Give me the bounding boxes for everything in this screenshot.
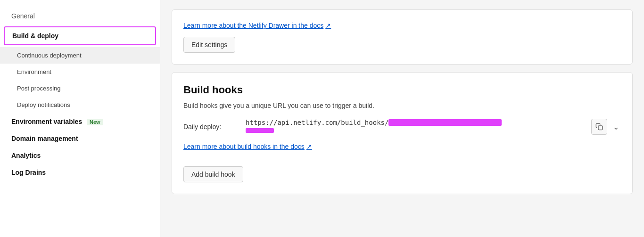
build-hooks-docs-link[interactable]: Learn more about build hooks in the docs… — [183, 143, 312, 150]
netlify-drawer-card: Learn more about the Netlify Drawer in t… — [172, 9, 633, 65]
edit-settings-button[interactable]: Edit settings — [183, 37, 235, 53]
copy-url-button[interactable] — [591, 119, 607, 135]
hook-url-container: https://api.netlify.com/build_hooks/ — [246, 119, 586, 135]
sidebar-item-environment[interactable]: Environment — [0, 64, 160, 80]
hook-actions: ⌄ — [591, 119, 621, 135]
sidebar-item-environment-variables[interactable]: Environment variables New — [0, 113, 160, 130]
expand-hook-button[interactable]: ⌄ — [611, 121, 621, 133]
hook-url-masked-part — [388, 119, 502, 126]
sidebar-item-domain-management[interactable]: Domain management — [0, 130, 160, 147]
daily-deploy-row: Daily deploy: https://api.netlify.com/bu… — [183, 119, 621, 135]
sidebar-item-build-deploy[interactable]: Build & deploy — [4, 26, 156, 45]
daily-deploy-label: Daily deploy: — [183, 123, 240, 131]
main-content: Learn more about the Netlify Drawer in t… — [160, 0, 644, 237]
sidebar-item-post-processing[interactable]: Post processing — [0, 80, 160, 97]
sidebar-item-deploy-notifications[interactable]: Deploy notifications — [0, 97, 160, 113]
sidebar-item-log-drains[interactable]: Log Drains — [0, 164, 160, 181]
build-hooks-card: Build hooks Build hooks give you a uniqu… — [172, 72, 633, 194]
build-hooks-title: Build hooks — [183, 84, 621, 96]
add-build-hook-button[interactable]: Add build hook — [183, 166, 243, 182]
external-link-icon-2: ↗ — [306, 143, 312, 150]
hook-url: https://api.netlify.com/build_hooks/ — [246, 119, 586, 126]
hook-url-masked-small — [246, 128, 274, 133]
netlify-drawer-docs-link[interactable]: Learn more about the Netlify Drawer in t… — [183, 22, 331, 29]
build-hooks-description: Build hooks give you a unique URL you ca… — [183, 102, 621, 109]
external-link-icon: ↗ — [325, 22, 331, 29]
hook-url-prefix: https://api.netlify.com/build_hooks/ — [246, 119, 388, 126]
sidebar-item-general[interactable]: General — [0, 8, 160, 25]
sidebar-item-continuous-deployment[interactable]: Continuous deployment — [0, 47, 160, 64]
sidebar: General Build & deploy Continuous deploy… — [0, 0, 160, 237]
sidebar-item-analytics[interactable]: Analytics — [0, 147, 160, 164]
svg-rect-0 — [598, 126, 603, 130]
new-badge: New — [87, 119, 103, 125]
